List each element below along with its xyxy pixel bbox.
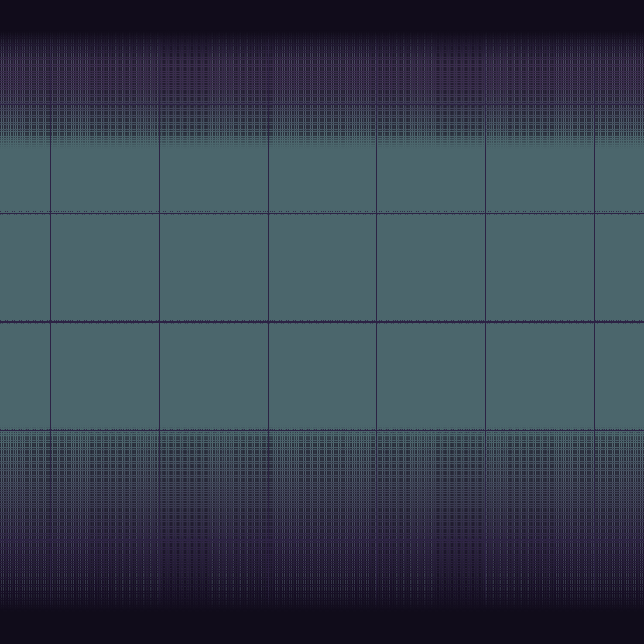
grid-line-horizontal-4 (0, 430, 644, 431)
dither-noise-overlay (0, 0, 644, 644)
grid-line-vertical-5 (485, 0, 486, 644)
grid-line-horizontal-1 (0, 104, 644, 105)
grid-line-horizontal-2 (0, 213, 644, 214)
grid-line-vertical-2 (159, 0, 160, 644)
grid-line-vertical-4 (376, 0, 377, 644)
grid-line-vertical-6 (594, 0, 595, 644)
grid-lines (0, 0, 644, 644)
grid-line-horizontal-3 (0, 321, 644, 323)
grid-line-vertical-3 (268, 0, 269, 644)
dithered-grid-background (0, 0, 644, 644)
grid-line-horizontal-5 (0, 539, 644, 540)
grid-line-vertical-1 (50, 0, 51, 644)
